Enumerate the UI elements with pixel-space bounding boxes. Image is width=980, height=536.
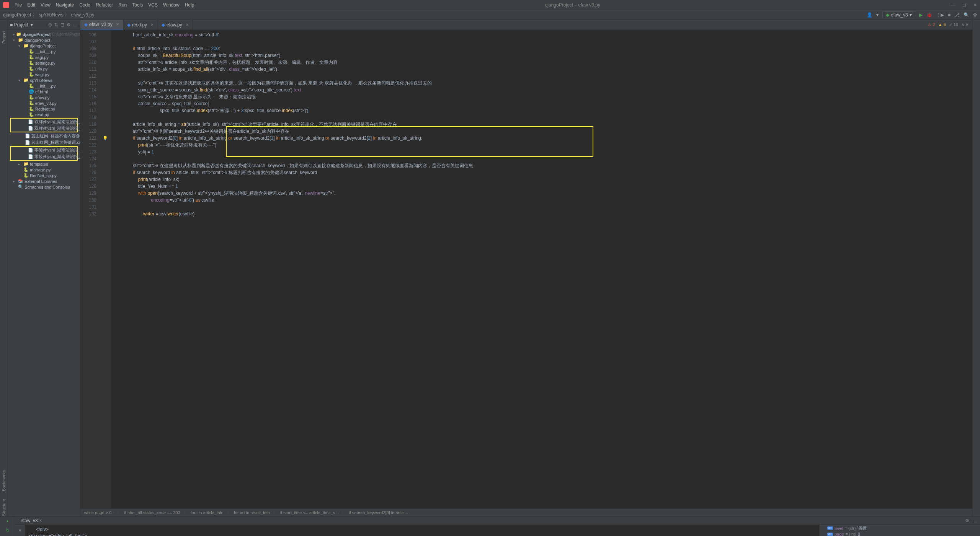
tree-item[interactable]: 📄蓝山红网_标题含关键词.csv [8,139,80,146]
menu-code[interactable]: Code [79,2,90,8]
expand-all-icon[interactable]: ⇅ [54,22,58,28]
inspections-widget[interactable]: ⚠ 2 ▲ 6 ✓ 10 ∧ ∨ [924,22,972,27]
window-controls: — ◻ ✕ [951,2,977,8]
variable-row[interactable]: 01level = {str} '省级' [820,525,980,531]
add-config-icon[interactable]: ▾ [876,12,879,18]
variables-panel[interactable]: 01level = {str} '省级'01page = {int} 0▸01r… [819,525,980,536]
close-tab-icon[interactable]: × [39,518,42,523]
menu-vcs[interactable]: VCS [148,2,158,8]
menu-edit[interactable]: Edit [27,2,35,8]
project-panel-title: ■ Project [10,22,28,28]
menu-run[interactable]: Run [118,2,127,8]
menu-refactor[interactable]: Refactor [96,2,113,8]
tree-item[interactable]: ▾📁djangoProject [8,37,80,43]
search-icon[interactable]: 🔍 [964,12,969,18]
tree-item[interactable]: 📄双牌yhyshj_湖南法治报_标题含关键词.csv [11,125,77,132]
stop-icon[interactable]: ■ [948,12,951,18]
variable-row[interactable]: 01page = {int} 0 [820,531,980,536]
tree-item[interactable]: 🐍efaw.py [8,94,80,100]
tree-item[interactable]: 🐍__init__.py [8,83,80,89]
editor-tab[interactable]: ◆efaw.py× [158,20,193,29]
gutter-icons[interactable]: 💡 [100,30,111,508]
tree-item[interactable]: ▾📁djangoProject [8,43,80,49]
tree-item[interactable]: 📄零陵yhyshj_湖南法治报_内容含关键词.csv [11,147,77,153]
project-tool-button[interactable]: Project [2,31,6,44]
tree-item[interactable]: 🐍settings.py [8,60,80,66]
run-icon[interactable]: ▶ [919,12,923,18]
debug-icon[interactable]: 🐞 [926,12,932,18]
menu-navigate[interactable]: Navigate [56,2,74,8]
left-tool-stripe: Project Bookmarks Structure [0,20,8,516]
user-icon[interactable]: 👤 [867,12,872,18]
menu-view[interactable]: View [41,2,51,8]
menu-bar: File Edit View Navigate Code Refactor Ru… [0,0,980,10]
tree-item[interactable]: 🐍wsgi.py [8,72,80,77]
select-opened-icon[interactable]: ⊕ [48,22,52,28]
tree-item[interactable]: 🐍__init__.py [8,49,80,54]
project-tree[interactable]: ▾📁djangoProject C:\Users\j\PycharmProjec… [8,30,80,516]
code-editor[interactable]: 1061071081091101111121131141151161171181… [80,30,972,508]
settings-icon[interactable]: ✿ [973,12,977,18]
more-run-icon[interactable]: ⋮▶ [936,12,944,18]
code-breadcrumb[interactable]: if html_all.status_code == 200 [124,510,180,515]
code-highlight-box [226,126,593,157]
code-content[interactable]: html_article_info_sk.encoding = str">'ut… [111,30,972,508]
code-breadcrumb[interactable]: while page > 0 : [84,510,114,515]
breadcrumb-folder[interactable]: spYhbNews [39,12,63,18]
rerun-icon[interactable]: ↻ [0,526,15,535]
console-tab[interactable]: efaw_v3× [18,518,44,523]
console-gear-icon[interactable]: ⚙ [965,518,969,523]
maximize-icon[interactable]: ◻ [962,2,966,8]
code-breadcrumb[interactable]: if start_time <= article_time_s... [280,510,339,515]
close-tab-icon[interactable]: × [116,22,119,27]
run-indicator-icon: ● [0,516,15,526]
breadcrumb-root[interactable]: djangoProject [3,12,31,18]
code-breadcrumb[interactable]: for art in result_info [234,510,270,515]
tree-item[interactable]: ▸📁templates [8,161,80,167]
close-tab-icon[interactable]: × [151,22,154,28]
minimize-icon[interactable]: — [951,2,956,8]
project-panel: ■ Project ▾ ⊕ ⇅ ⊟ ⚙ — ▾📁djangoProject C:… [8,20,80,516]
editor-area: ◆efaw_v3.py×◆resd.py×◆efaw.py× ⚠ 2 ▲ 6 ✓… [80,20,972,516]
bookmarks-tool-button[interactable]: Bookmarks [2,470,6,491]
git-icon[interactable]: ⎇ [954,12,960,18]
code-breadcrumb[interactable]: for i in article_info [191,510,224,515]
run-config-selector[interactable]: ◆ efaw_v3 ▾ [882,11,915,18]
tree-item[interactable]: 🐍manage.py [8,167,80,173]
console-tab-bar: efaw_v3× ⚙ — [15,516,980,525]
tree-item[interactable]: ▾📁spYhbNews [8,77,80,83]
menu-window[interactable]: Window [163,2,180,8]
tree-item[interactable]: 📄蓝山红网_标题不含内容含关键词.csv [8,133,80,139]
code-breadcrumbs[interactable]: while page > 0 :〉if html_all.status_code… [80,508,972,516]
close-tab-icon[interactable]: × [186,22,189,28]
tree-item[interactable]: ▸📚External Libraries [8,178,80,184]
tree-item[interactable]: 🐍RedNet.py [8,106,80,112]
settings-gear-icon[interactable]: ⚙ [67,22,71,28]
tree-item[interactable]: 🐍asgi.py [8,54,80,60]
editor-tab[interactable]: ◆resd.py× [123,20,158,29]
line-gutter[interactable]: 1061071081091101111121131141151161171181… [80,30,100,508]
menu-help[interactable]: Help [185,2,194,8]
tree-root[interactable]: ▾📁djangoProject C:\Users\j\PycharmProjec… [8,31,80,37]
tree-item[interactable]: 🌐ef.html [8,89,80,94]
history-icon[interactable]: ≡ [15,526,25,534]
console-hide-icon[interactable]: — [972,518,977,523]
collapse-icon[interactable]: ⊟ [60,22,64,28]
breadcrumb-file[interactable]: efaw_v3.py [71,12,94,18]
tree-item[interactable]: 🐍urls.py [8,66,80,72]
tree-item[interactable]: 🐍efaw_v3.py [8,100,80,106]
code-breadcrumb[interactable]: if search_keyword2[0] in articl... [349,510,408,515]
console-tool-window: ● ↻ ■ 🐞 ＋ ↩ ⤓ 🖶 {} ⚙ efaw_v3× ⚙ — ≡ ⇥ ? [0,516,980,536]
structure-tool-button[interactable]: Structure [2,499,6,516]
tree-item[interactable]: 📄零陵yhyshj_湖南法治报_标题含关键词.csv [11,153,77,160]
tree-item[interactable]: 🐍RedNet_sp.py [8,173,80,178]
hide-panel-icon[interactable]: — [73,22,78,28]
menu-file[interactable]: File [15,2,22,8]
tree-item[interactable]: 📄双牌yhyshj_湖南法治报_内容含关键词.csv [11,119,77,125]
close-icon[interactable]: ✕ [973,2,977,8]
tree-item[interactable]: 🔍Scratches and Consoles [8,184,80,190]
tree-item[interactable]: 🐍resd.py [8,112,80,117]
editor-tab[interactable]: ◆efaw_v3.py× [80,20,123,29]
console-output[interactable]: </div><div class="video_left_font"><p st… [25,525,819,536]
menu-tools[interactable]: Tools [132,2,143,8]
